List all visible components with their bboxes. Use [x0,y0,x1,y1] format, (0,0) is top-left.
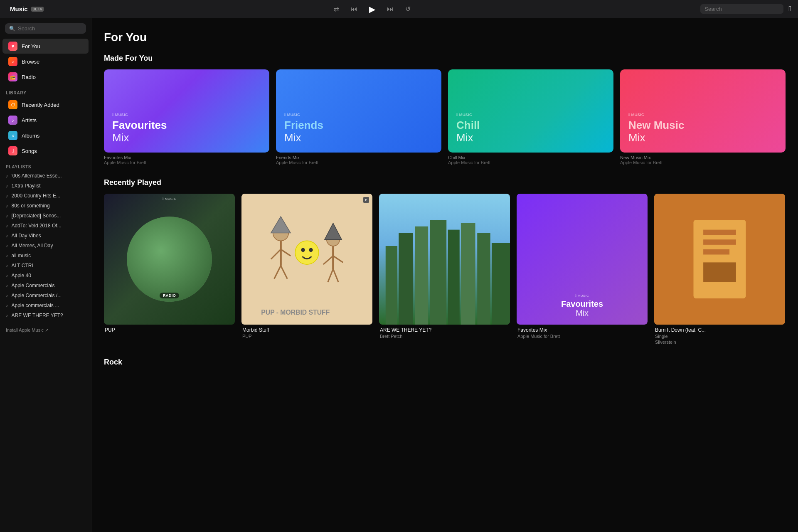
sidebar-item-recently-added[interactable]: ⏱ Recently Added [2,97,89,112]
search-icon: 🔍 [9,26,15,32]
fav-mix-card-subtitle: Apple Music for Brett [517,334,647,339]
arewethere-card-info: ARE WE THERE YET? Brett Petch [379,325,510,339]
playlist-item[interactable]: ♪ ALT CTRL [0,261,91,271]
burnit-card-subtitle: Single [655,334,784,339]
sidebar: 🔍 ♥ For You ♪ Browse 📻 Radio LIBRARY ⏱ R… [0,18,91,532]
fav-mix-card-title-main: Favourites [561,299,603,308]
friends-caption: Friends Mix [276,155,441,160]
sidebar-nav-label-artists: Artists [22,117,37,123]
friends-mix-card-container[interactable]:  MUSIC Friends Mix Friends Mix Apple Mu… [276,69,441,165]
pup-card-title: PUP [105,327,234,333]
playlist-item[interactable]: ♪ [Depreciated] Sonos... [0,211,91,221]
newmusic-mix-card-container[interactable]:  MUSIC New Music Mix New Music Mix Appl… [620,69,786,165]
app-title: Music [10,5,28,12]
playlist-item[interactable]: ♪ 80s or something [0,201,91,211]
playlist-item[interactable]: ♪ '00s Alternative Esse... [0,171,91,181]
newmusic-mix-card[interactable]:  MUSIC New Music Mix [620,69,786,153]
shuffle-button[interactable]: ⇄ [332,3,341,15]
main-content: For You Made For You  MUSIC Favourites … [91,18,798,532]
playlist-item[interactable]: ♪ AddTo: Veld 2018 Of... [0,221,91,231]
newmusic-title-main: New Music [628,119,777,131]
pup-radio-card[interactable]:  MUSIC RADIO PUP [104,194,235,345]
sidebar-item-for-you[interactable]: ♥ For You [2,39,89,54]
play-button[interactable]: ▶ [367,2,377,16]
svg-point-16 [295,241,319,264]
prev-button[interactable]: ⏮ [349,4,359,15]
friends-mix-card[interactable]:  MUSIC Friends Mix [276,69,441,153]
chill-mix-card[interactable]:  MUSIC Chill Mix [448,69,613,153]
burnit-card[interactable]: Burn It Down (feat. C... Single Silverst… [654,194,785,345]
recently-played-cards:  MUSIC RADIO PUP [104,194,786,345]
playlist-label-3: 80s or something [12,203,50,209]
playlist-item[interactable]: ♪ All Day Vibes [0,231,91,241]
morbid-image: PUP - MORBID STUFF E [241,194,372,325]
friends-caption-sub: Apple Music for Brett [276,160,441,165]
chill-music-label:  MUSIC [456,113,605,117]
install-label: Install Apple Music ↗ [6,328,49,333]
sidebar-search-container[interactable]: 🔍 [5,23,86,34]
svg-rect-26 [477,233,490,325]
playlist-item[interactable]: ♪ Apple Commercials [0,281,91,291]
chill-title-sub: Mix [456,131,605,144]
albums-icon: ♬ [8,131,17,140]
favourites-mix-card[interactable]:  MUSIC Favourites Mix [104,69,269,153]
chill-mix-card-container[interactable]:  MUSIC Chill Mix Chill Mix Apple Music … [448,69,613,165]
arewethere-card[interactable]: ARE WE THERE YET? Brett Petch [379,194,510,345]
playlist-label-4: [Depreciated] Sonos... [12,213,61,219]
favourites-mix-card-container[interactable]:  MUSIC Favourites Mix Favorites Mix App… [104,69,269,165]
playlist-label-1: 1Xtra Playlist [12,183,41,189]
next-button[interactable]: ⏭ [385,4,395,15]
made-for-you-title: Made For You [104,54,786,63]
playlist-label-6: All Day Vibes [12,233,41,239]
playlist-label-10: Apple 40 [12,273,31,278]
newmusic-caption-sub: Apple Music for Brett [620,160,786,165]
apple-account-icon[interactable]:  [788,5,791,13]
artists-icon: ♪ [8,116,17,125]
morbid-card-title: Morbid Stuff [242,327,372,333]
svg-rect-27 [492,243,510,325]
sidebar-search-input[interactable] [18,25,82,32]
burnit-card-subtitle2: Silverstein [655,340,784,345]
fav-mix-played-card[interactable]:  MUSIC Favourites Mix Favorites Mix App… [517,194,648,345]
top-search-input[interactable] [700,4,783,14]
sidebar-item-artists[interactable]: ♪ Artists [2,113,89,128]
library-section-label: LIBRARY [0,85,91,97]
playlist-item[interactable]: ♪ all music [0,251,91,261]
beta-badge: BETA [31,7,44,12]
songs-icon: ♩ [8,146,17,155]
fav-mix-card-info: Favorites Mix Apple Music for Brett [517,325,648,339]
repeat-button[interactable]: ↺ [404,3,412,15]
morbid-card[interactable]: PUP - MORBID STUFF E Morbid Stuff PUP [241,194,372,345]
sidebar-item-albums[interactable]: ♬ Albums [2,128,89,143]
playlist-icon-9: ♪ [6,263,8,268]
install-bar[interactable]: Install Apple Music ↗ [0,324,91,336]
playlist-item[interactable]: ♪ Apple Commercials /... [0,291,91,300]
recently-added-icon: ⏱ [8,100,17,109]
playlist-icon-5: ♪ [6,223,8,228]
playlist-item[interactable]: ♪ 1Xtra Playlist [0,181,91,191]
playlist-item[interactable]: ♪ All Memes, All Day [0,241,91,251]
playlist-icon-2: ♪ [6,193,8,198]
svg-rect-22 [415,227,429,325]
top-bar-right:  [700,4,791,14]
svg-rect-21 [399,233,413,325]
playlist-item[interactable]: ♪ 2000 Country Hits E... [0,191,91,201]
recently-played-title: Recently Played [104,178,786,187]
sidebar-item-songs[interactable]: ♩ Songs [2,143,89,158]
sidebar-nav-label-browse: Browse [22,59,39,65]
morbid-card-info: Morbid Stuff PUP [241,325,372,339]
sidebar-nav-label-albums: Albums [22,133,39,139]
newmusic-music-label:  MUSIC [628,113,777,117]
svg-text:PUP - MORBID STUFF: PUP - MORBID STUFF [261,309,330,316]
playlist-item[interactable]: ♪ ARE WE THERE YET? [0,310,91,320]
burnit-image [654,194,785,325]
sidebar-item-radio[interactable]: 📻 Radio [2,69,89,84]
sidebar-nav-label-recently: Recently Added [22,102,59,108]
sidebar-nav-label-for-you: For You [22,43,40,49]
playlist-item[interactable]: ♪ Apple 40 [0,271,91,281]
svg-point-17 [301,248,305,252]
playlist-item[interactable]: ♪ Apple commercials ... [0,300,91,310]
sidebar-item-browse[interactable]: ♪ Browse [2,54,89,69]
favourites-music-label:  MUSIC [112,113,261,117]
apple-logo-favourites:  [112,113,114,117]
